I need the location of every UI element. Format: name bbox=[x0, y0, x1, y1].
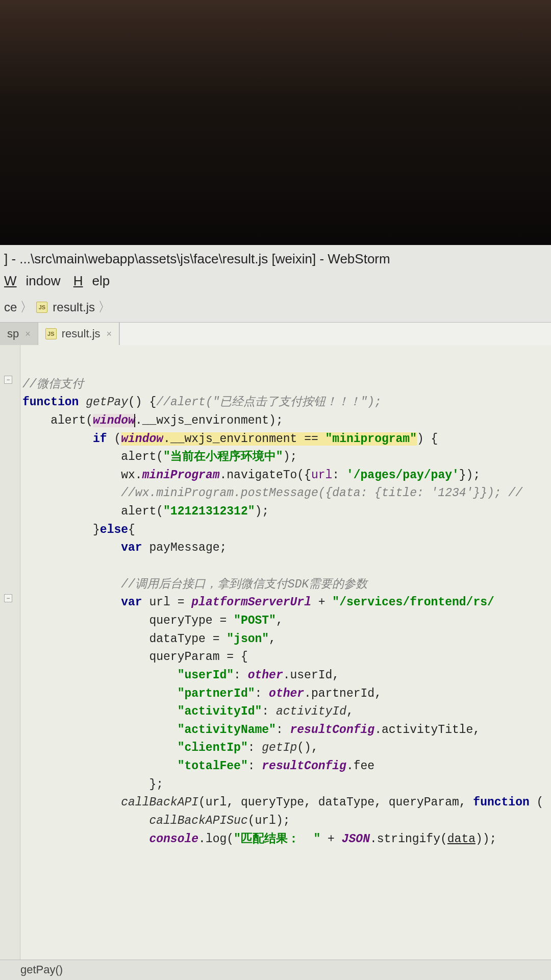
code-keyword: if bbox=[93, 432, 107, 446]
code-identifier: JSON bbox=[342, 832, 370, 846]
code-identifier: callBackAPI bbox=[121, 796, 198, 809]
code-identifier: other bbox=[248, 669, 283, 682]
code-comment: //微信支付 bbox=[22, 378, 84, 391]
code-identifier: other bbox=[269, 687, 304, 700]
code-identifier: resultConfig bbox=[290, 723, 375, 737]
code-string: "/services/frontend/rs/ bbox=[332, 596, 494, 609]
code-string: "clientIp" bbox=[178, 741, 248, 754]
code-text: (url, queryType, dataType, queryParam, bbox=[198, 796, 473, 809]
code-text: () { bbox=[128, 396, 156, 409]
close-icon[interactable]: × bbox=[25, 329, 31, 339]
code-text: .activityTitle, bbox=[374, 723, 480, 737]
code-text: alert( bbox=[121, 505, 163, 518]
fold-minus-icon[interactable]: − bbox=[4, 376, 12, 384]
code-text: wx. bbox=[121, 469, 142, 482]
tab-label: result.js bbox=[62, 327, 101, 340]
breadcrumb-parent[interactable]: ce bbox=[4, 300, 17, 314]
code-text: }); bbox=[459, 469, 480, 482]
code-text: dataType = bbox=[149, 632, 227, 646]
code-string: '/pages/pay/pay' bbox=[346, 469, 459, 482]
code-identifier: data bbox=[447, 832, 475, 846]
code-text: + bbox=[311, 596, 332, 609]
code-text: }; bbox=[149, 778, 163, 791]
code-identifier: platformServerUrl bbox=[191, 596, 311, 609]
menu-bar: WWindowindow HHelpelp bbox=[0, 271, 551, 294]
breadcrumb: ce 〉 JS result.js 〉 bbox=[0, 294, 551, 322]
code-text: queryParam = { bbox=[149, 650, 247, 664]
code-text: ( bbox=[530, 796, 544, 809]
editor: − − //微信支付 function getPay() {//alert("已… bbox=[0, 345, 551, 960]
code-text: ) { bbox=[417, 432, 438, 446]
gutter[interactable]: − − bbox=[0, 345, 20, 960]
code-text: .__wxjs_environment); bbox=[135, 414, 283, 427]
code-identifier: activityId bbox=[276, 705, 346, 718]
tab-label: sp bbox=[7, 327, 19, 340]
code-prop: url bbox=[311, 469, 332, 482]
status-bar: getPay() bbox=[0, 960, 551, 980]
code-keyword: var bbox=[121, 541, 142, 554]
code-text: + bbox=[320, 832, 341, 846]
js-file-icon: JS bbox=[45, 328, 57, 339]
code-keyword: else bbox=[100, 523, 128, 536]
code-text: (), bbox=[297, 741, 318, 754]
code-string: "匹配结果： " bbox=[234, 832, 320, 846]
code-text: : bbox=[276, 723, 290, 737]
code-text: ); bbox=[283, 450, 297, 463]
fold-minus-icon[interactable]: − bbox=[4, 594, 12, 602]
code-text: ( bbox=[114, 432, 121, 446]
code-text: : bbox=[234, 669, 248, 682]
status-function[interactable]: getPay() bbox=[20, 963, 63, 976]
code-text: : bbox=[332, 469, 346, 482]
code-text: : bbox=[262, 705, 276, 718]
code-identifier: resultConfig bbox=[262, 760, 346, 773]
menu-window[interactable]: WWindowindow bbox=[4, 273, 60, 288]
tab-sp[interactable]: sp × bbox=[0, 323, 38, 345]
ide-window: ] - ...\src\main\webapp\assets\js\face\r… bbox=[0, 245, 551, 980]
code-string: "totalFee" bbox=[178, 760, 248, 773]
code-string: "miniprogram" bbox=[325, 432, 417, 446]
chevron-right-icon: 〉 bbox=[98, 298, 111, 316]
code-keyword: function bbox=[22, 396, 79, 409]
photo-background bbox=[0, 0, 551, 245]
code-text: payMessage; bbox=[149, 541, 227, 554]
code-text: alert( bbox=[51, 414, 93, 427]
code-text: queryType = bbox=[149, 614, 234, 627]
code-keyword: var bbox=[121, 596, 142, 609]
code-text: { bbox=[128, 523, 135, 536]
js-file-icon: JS bbox=[36, 302, 47, 313]
code-identifier: getIp bbox=[262, 741, 297, 754]
close-icon[interactable]: × bbox=[107, 329, 112, 339]
code-string: "json" bbox=[227, 632, 269, 646]
chevron-right-icon: 〉 bbox=[20, 298, 33, 316]
code-text: , bbox=[276, 614, 283, 627]
code-string: "当前在小程序环境中" bbox=[163, 450, 283, 463]
code-text: , bbox=[346, 705, 354, 718]
code-string: "activityId" bbox=[178, 705, 262, 718]
code-text: )); bbox=[475, 832, 496, 846]
code-text: : bbox=[255, 687, 269, 700]
menu-help[interactable]: HHelpelp bbox=[73, 273, 110, 288]
code-string: "12121312312" bbox=[163, 505, 255, 518]
code-text: } bbox=[93, 523, 100, 536]
breadcrumb-file[interactable]: result.js bbox=[53, 300, 95, 314]
code-text: .fee bbox=[346, 760, 374, 773]
code-text: url = bbox=[149, 596, 191, 609]
code-area[interactable]: //微信支付 function getPay() {//alert("已经点击了… bbox=[20, 345, 551, 960]
tab-bar: sp × JS result.js × bbox=[0, 322, 551, 346]
code-string: "activityName" bbox=[178, 723, 276, 737]
code-identifier: window bbox=[121, 432, 163, 446]
code-text: , bbox=[269, 632, 276, 646]
code-text: .__wxjs_environment == bbox=[163, 432, 325, 446]
code-string: "userId" bbox=[178, 669, 234, 682]
code-text: .stringify( bbox=[370, 832, 447, 846]
code-text: : bbox=[248, 741, 262, 754]
code-comment: //alert("已经点击了支付按钮！！！"); bbox=[156, 396, 382, 409]
tab-result-js[interactable]: JS result.js × bbox=[38, 323, 119, 345]
code-string: "POST" bbox=[234, 614, 276, 627]
code-text: .log( bbox=[198, 832, 234, 846]
code-comment: //调用后台接口，拿到微信支付SDK需要的参数 bbox=[121, 578, 367, 591]
code-comment: //wx.miniProgram.postMessage({data: {tit… bbox=[121, 486, 522, 500]
code-text: (url); bbox=[248, 814, 290, 827]
code-identifier: console bbox=[149, 832, 198, 846]
code-text: .partnerId, bbox=[304, 687, 382, 700]
